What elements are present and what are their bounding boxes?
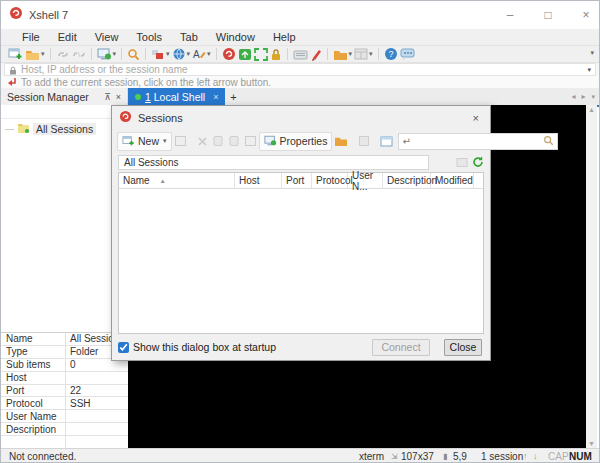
dialog-footer: Show this dialog box at startup Connect … xyxy=(112,334,490,360)
col-description[interactable]: Description xyxy=(383,173,431,188)
status-bar: Not connected. xterm ⇲ 107x37 ▮ 5,9 1 se… xyxy=(1,448,599,463)
tab-close-icon[interactable]: × xyxy=(213,92,218,102)
dialog-search-input[interactable] xyxy=(411,136,543,147)
open-folder-icon[interactable]: ▾ xyxy=(24,46,46,62)
find-icon[interactable] xyxy=(126,46,141,62)
address-field[interactable]: ▾ xyxy=(4,63,596,76)
tab-nav-right-icon[interactable]: ▸ xyxy=(581,92,585,101)
session-properties-icon[interactable]: ▾ xyxy=(96,46,118,62)
dialog-new-button[interactable]: New ▾ xyxy=(117,132,172,151)
session-properties-dropdown[interactable]: ▾ xyxy=(113,50,117,58)
col-protocol[interactable]: Protocol xyxy=(312,173,348,188)
dialog-title-bar[interactable]: Sessions × xyxy=(112,106,490,129)
dialog-cut-icon[interactable] xyxy=(210,135,226,147)
scrollbar-up-icon[interactable]: ▲ xyxy=(586,106,597,113)
main-toolbar: ▾ ▾ ▾ ▾ A▾ ▾ ▾ ? ▾ xyxy=(1,46,599,63)
col-port[interactable]: Port xyxy=(282,173,312,188)
tab-nav-left-icon[interactable]: ◂ xyxy=(571,92,575,101)
col-username[interactable]: User N... xyxy=(348,173,383,188)
col-host[interactable]: Host xyxy=(235,173,282,188)
col-name[interactable]: Name▲ xyxy=(119,173,235,188)
session-manager-panel: — All Sessions NameAll Sessions TypeFold… xyxy=(1,105,128,448)
sessions-dialog: Sessions × New ▾ Properties xyxy=(111,105,491,361)
menu-tools[interactable]: Tools xyxy=(127,29,171,45)
col-modified[interactable]: Modified xyxy=(431,173,474,188)
close-dialog-button[interactable]: Close xyxy=(444,339,482,356)
window-title: Xshell 7 xyxy=(29,9,68,21)
layout-icon[interactable]: ▾ xyxy=(353,46,374,62)
toolbar-overflow-icon[interactable]: ▾ xyxy=(590,49,594,57)
title-bar: Xshell 7 – □ × xyxy=(1,1,599,29)
dialog-remove-icon[interactable] xyxy=(356,135,372,147)
web-browser-icon[interactable]: ▾ xyxy=(171,46,192,62)
dialog-refresh-icon[interactable] xyxy=(472,154,484,172)
disconnect-all-icon[interactable] xyxy=(71,46,87,62)
num-lock-indicator: NUM xyxy=(569,451,592,462)
tab-list-dropdown-icon[interactable]: ▾ xyxy=(591,93,595,101)
layout-dropdown[interactable]: ▾ xyxy=(369,50,373,58)
reconnect-icon[interactable] xyxy=(55,46,71,62)
open-folder-dropdown[interactable]: ▾ xyxy=(41,50,45,58)
startup-checkbox[interactable] xyxy=(118,342,129,353)
menu-bar: File Edit View Tools Tab Window Help xyxy=(1,29,599,46)
menu-window[interactable]: Window xyxy=(207,29,264,45)
sessions-table[interactable]: Name▲ Host Port Protocol User N... Descr… xyxy=(118,172,484,334)
menu-help[interactable]: Help xyxy=(264,29,305,45)
dialog-view-icon[interactable] xyxy=(378,136,395,147)
dialog-close-icon[interactable]: × xyxy=(469,112,483,124)
maximize-button[interactable]: □ xyxy=(541,8,555,22)
compose-dropdown[interactable]: ▾ xyxy=(207,50,211,58)
feedback-icon[interactable] xyxy=(399,46,416,62)
address-dropdown-icon[interactable]: ▾ xyxy=(587,66,591,74)
dialog-delete-icon[interactable] xyxy=(195,136,210,147)
web-browser-dropdown[interactable]: ▾ xyxy=(187,50,191,58)
close-button[interactable]: × xyxy=(579,8,593,22)
prop-row-username: User Name xyxy=(1,410,128,423)
dialog-import-icon[interactable] xyxy=(172,135,189,147)
folder-options-icon[interactable]: ▾ xyxy=(332,46,354,62)
prop-row-protocol: ProtocolSSH xyxy=(1,397,128,410)
dialog-new-folder-icon[interactable] xyxy=(332,135,350,147)
address-input[interactable] xyxy=(21,64,587,75)
startup-checkbox-wrap[interactable]: Show this dialog box at startup xyxy=(118,341,372,353)
fullscreen-icon[interactable] xyxy=(253,46,269,62)
dialog-new-dropdown[interactable]: ▾ xyxy=(163,137,167,145)
dialog-toolbar: New ▾ Properties ↵ xyxy=(112,129,490,153)
dialog-properties-button[interactable]: Properties xyxy=(259,132,333,151)
xshell-icon[interactable] xyxy=(221,46,237,62)
return-key-icon: ↵ xyxy=(402,136,410,147)
menu-file[interactable]: File xyxy=(13,29,49,45)
lock-screen-icon[interactable] xyxy=(269,46,283,62)
folder-options-dropdown[interactable]: ▾ xyxy=(349,50,353,58)
help-icon[interactable]: ? xyxy=(383,46,399,62)
dialog-folder-up-icon[interactable] xyxy=(456,154,468,172)
xshell-window: Xshell 7 – □ × File Edit View Tools Tab … xyxy=(0,0,600,463)
dialog-search-box[interactable]: ↵ xyxy=(398,133,557,150)
pin-icon[interactable]: ⊼ xyxy=(104,92,111,102)
compose-icon[interactable]: A▾ xyxy=(191,46,212,62)
highlight-pen-icon[interactable] xyxy=(309,46,323,62)
session-count: 1 session xyxy=(481,451,523,462)
new-file-transfer-icon[interactable]: ▾ xyxy=(150,46,171,62)
prop-row-type: TypeFolder xyxy=(1,346,128,359)
xftp-icon[interactable] xyxy=(237,46,253,62)
tab-local-shell[interactable]: 1 Local Shell × xyxy=(128,88,225,105)
dialog-path-bar[interactable]: All Sessions xyxy=(118,155,429,170)
tree-expander[interactable]: — xyxy=(5,124,14,134)
panel-close-icon[interactable]: × xyxy=(116,92,121,102)
connect-button[interactable]: Connect xyxy=(372,339,430,356)
scrollbar-down-icon[interactable]: ▼ xyxy=(586,440,597,447)
menu-tab[interactable]: Tab xyxy=(171,29,207,45)
menu-edit[interactable]: Edit xyxy=(49,29,86,45)
new-file-transfer-dropdown[interactable]: ▾ xyxy=(166,50,170,58)
terminal-type: xterm xyxy=(359,451,384,462)
terminal-scrollbar[interactable]: ▲ ▼ xyxy=(586,105,597,448)
keyboard-icon[interactable] xyxy=(292,46,309,62)
tree-item-all-sessions[interactable]: — All Sessions xyxy=(5,122,96,136)
dialog-copy-icon[interactable] xyxy=(226,135,242,147)
new-tab-button[interactable]: + xyxy=(225,88,241,105)
minimize-button[interactable]: – xyxy=(503,8,517,22)
menu-view[interactable]: View xyxy=(86,29,128,45)
dialog-paste-icon[interactable] xyxy=(242,135,259,147)
session-properties-grid: NameAll Sessions TypeFolder Sub items0 H… xyxy=(1,332,128,448)
